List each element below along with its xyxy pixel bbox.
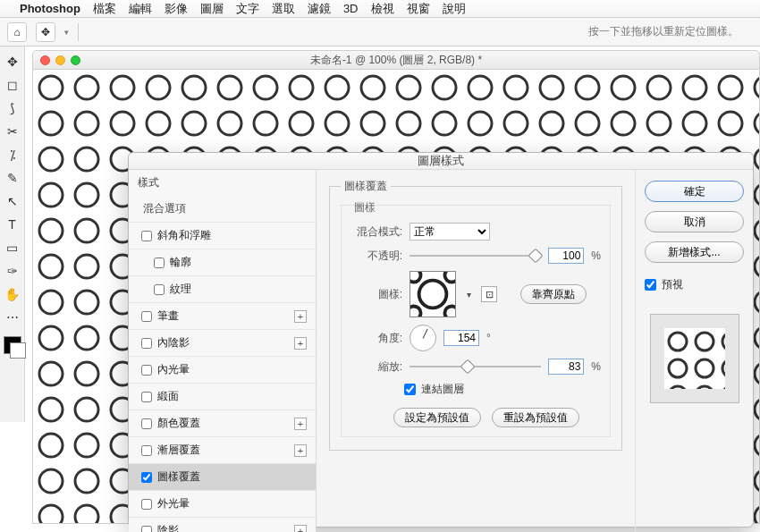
style-outer-glow-checkbox[interactable] xyxy=(141,499,152,510)
style-bevel-label: 斜角和浮雕 xyxy=(157,228,211,243)
cancel-button[interactable]: 取消 xyxy=(645,211,744,232)
style-inner-shadow[interactable]: 內陰影 + xyxy=(129,330,316,357)
style-drop-shadow-label: 陰影 xyxy=(157,523,179,532)
svg-rect-11 xyxy=(664,328,725,389)
add-gradient-overlay-icon[interactable]: + xyxy=(294,444,307,457)
scale-row: 縮放: % xyxy=(350,359,601,375)
menu-select[interactable]: 選取 xyxy=(272,1,295,17)
hand-tool-icon[interactable]: ✋ xyxy=(3,284,22,304)
style-inner-glow-label: 內光暈 xyxy=(157,362,190,377)
preview-checkbox[interactable] xyxy=(645,279,656,291)
style-color-overlay-checkbox[interactable] xyxy=(141,418,152,429)
menu-help[interactable]: 說明 xyxy=(443,1,466,17)
style-satin-checkbox[interactable] xyxy=(141,392,152,402)
dialog-titlebar[interactable]: 圖層樣式 xyxy=(129,153,753,170)
eyedropper-tool-icon[interactable]: ⁒ xyxy=(3,145,22,165)
angle-input[interactable] xyxy=(443,330,479,346)
style-texture[interactable]: 紋理 xyxy=(129,276,316,303)
styles-header[interactable]: 樣式 xyxy=(129,170,316,196)
crop-tool-icon[interactable]: ✂ xyxy=(3,122,22,141)
style-satin[interactable]: 緞面 xyxy=(129,384,316,410)
pattern-dropdown-icon[interactable]: ▾ xyxy=(463,271,474,317)
make-default-button[interactable]: 設定為預設值 xyxy=(393,408,481,427)
app-name[interactable]: Photoshop xyxy=(20,2,80,15)
style-contour-checkbox[interactable] xyxy=(154,258,165,268)
home-icon[interactable]: ⌂ xyxy=(7,22,27,42)
style-bevel-checkbox[interactable] xyxy=(141,231,152,241)
style-contour[interactable]: 輪廓 xyxy=(129,249,316,276)
eyedropper2-icon[interactable]: ✑ xyxy=(3,261,22,281)
zoom-icon[interactable] xyxy=(71,55,80,65)
path-tool-icon[interactable]: ↖ xyxy=(3,191,22,211)
move-tool-icon[interactable]: ✥ xyxy=(3,52,22,72)
menu-image[interactable]: 影像 xyxy=(165,1,188,17)
color-swatch[interactable] xyxy=(4,336,21,354)
menu-3d[interactable]: 3D xyxy=(343,2,359,15)
style-stroke[interactable]: 筆畫 + xyxy=(129,303,316,330)
style-inner-glow[interactable]: 內光暈 xyxy=(129,357,316,384)
add-inner-shadow-icon[interactable]: + xyxy=(294,337,307,350)
style-bevel[interactable]: 斜角和浮雕 xyxy=(129,223,316,249)
add-drop-shadow-icon[interactable]: + xyxy=(294,525,307,533)
minimize-icon[interactable] xyxy=(55,55,65,65)
style-list: 樣式 混合選項 斜角和浮雕 輪廓 紋理 筆畫 + 內陰影 xyxy=(129,170,317,532)
angle-dial[interactable] xyxy=(410,325,436,351)
menu-edit[interactable]: 編輯 xyxy=(129,1,152,17)
style-pattern-overlay[interactable]: 圖樣覆蓋 xyxy=(129,464,316,491)
snap-origin-button[interactable]: 靠齊原點 xyxy=(520,284,587,304)
opacity-slider[interactable] xyxy=(410,249,541,262)
add-stroke-icon[interactable]: + xyxy=(294,310,307,323)
menu-type[interactable]: 文字 xyxy=(236,1,259,17)
close-icon[interactable] xyxy=(40,55,50,65)
ok-button[interactable]: 確定 xyxy=(645,181,744,202)
blend-mode-select[interactable]: 正常 xyxy=(410,223,490,241)
menu-layer[interactable]: 圖層 xyxy=(200,1,224,17)
style-gradient-overlay-checkbox[interactable] xyxy=(141,445,152,456)
link-layer-row: 連結圖層 xyxy=(404,382,601,397)
more-tools-icon[interactable]: ⋯ xyxy=(3,308,22,327)
angle-row: 角度: ° xyxy=(350,325,601,351)
style-inner-glow-checkbox[interactable] xyxy=(141,365,152,376)
style-stroke-checkbox[interactable] xyxy=(141,311,152,322)
link-layer-label: 連結圖層 xyxy=(421,382,464,397)
add-color-overlay-icon[interactable]: + xyxy=(294,418,307,430)
link-layer-checkbox[interactable] xyxy=(404,384,416,395)
style-gradient-overlay[interactable]: 漸層覆蓋 + xyxy=(129,437,316,464)
move-tool-icon[interactable]: ✥ xyxy=(36,22,55,42)
percent-label: % xyxy=(591,249,601,262)
reset-default-button[interactable]: 重設為預設值 xyxy=(492,408,579,427)
preview-label: 預視 xyxy=(662,277,683,292)
menu-view[interactable]: 檢視 xyxy=(371,1,394,17)
pattern-picker[interactable] xyxy=(410,271,456,317)
move-tool-dropdown-icon[interactable]: ▾ xyxy=(64,28,69,37)
style-pattern-overlay-checkbox[interactable] xyxy=(141,472,152,483)
scale-input[interactable] xyxy=(548,359,584,375)
style-gradient-overlay-label: 漸層覆蓋 xyxy=(157,443,200,458)
angle-unit: ° xyxy=(486,332,491,344)
pattern-inner-group: 圖樣 混合模式: 正常 不透明: % xyxy=(341,205,611,437)
type-tool-icon[interactable]: T xyxy=(3,215,22,234)
opacity-row: 不透明: % xyxy=(350,248,601,264)
marquee-tool-icon[interactable]: ◻ xyxy=(3,75,22,95)
menu-window[interactable]: 視窗 xyxy=(407,1,430,17)
menu-filter[interactable]: 濾鏡 xyxy=(308,1,331,17)
new-style-button[interactable]: 新增樣式... xyxy=(645,241,744,263)
style-inner-shadow-checkbox[interactable] xyxy=(141,338,152,349)
style-texture-checkbox[interactable] xyxy=(154,284,165,295)
style-color-overlay[interactable]: 顏色覆蓋 + xyxy=(129,410,316,437)
style-outer-glow[interactable]: 外光暈 xyxy=(129,491,316,518)
svg-rect-3 xyxy=(410,272,455,317)
style-texture-label: 紋理 xyxy=(170,282,191,297)
brush-tool-icon[interactable]: ✎ xyxy=(3,168,22,188)
menu-file[interactable]: 檔案 xyxy=(93,1,116,17)
blend-options[interactable]: 混合選項 xyxy=(129,196,316,223)
macos-menubar: Photoshop 檔案 編輯 影像 圖層 文字 選取 濾鏡 3D 檢視 視窗 … xyxy=(0,0,760,18)
style-drop-shadow[interactable]: 陰影 + xyxy=(129,518,316,532)
lasso-tool-icon[interactable]: ⟆ xyxy=(3,98,22,118)
rectangle-tool-icon[interactable]: ▭ xyxy=(3,238,22,258)
group-title: 圖樣覆蓋 xyxy=(341,179,391,194)
style-drop-shadow-checkbox[interactable] xyxy=(141,526,152,533)
opacity-input[interactable] xyxy=(548,248,584,264)
new-pattern-icon[interactable]: ⊡ xyxy=(481,286,497,302)
scale-slider[interactable] xyxy=(410,360,541,373)
